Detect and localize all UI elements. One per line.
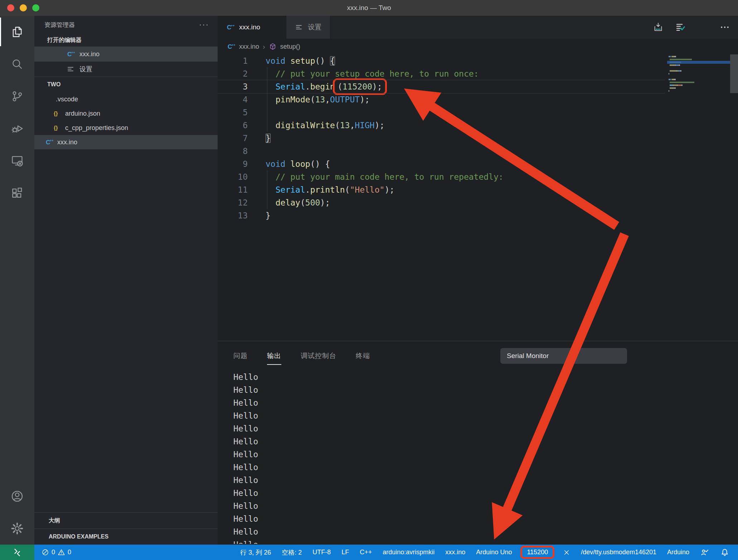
tab-设置[interactable]: 设置: [286, 16, 330, 39]
status-item-xxx-ino[interactable]: xxx.ino: [445, 549, 465, 556]
status-item-utf-8[interactable]: UTF-8: [312, 549, 331, 556]
activity-settings[interactable]: [0, 512, 34, 545]
status-item-baud-rate[interactable]: 115200: [520, 546, 554, 559]
status-item-arduino[interactable]: Arduino: [667, 549, 689, 556]
line-number: 3: [218, 80, 248, 93]
token: [285, 56, 290, 66]
token: (): [315, 56, 330, 66]
activity-remote-explorer[interactable]: [0, 145, 34, 177]
bottom-panel: 问题输出调试控制台终端 Serial Monitor HelloHelloHel…: [218, 341, 738, 545]
close-icon[interactable]: [563, 549, 570, 556]
minimap[interactable]: [669, 56, 729, 106]
remote-indicator[interactable]: [0, 545, 34, 560]
tab-xxx-ino[interactable]: C++xxx.ino: [218, 16, 286, 39]
status-item-arduino-uno[interactable]: Arduino Uno: [476, 549, 512, 556]
code-line-10[interactable]: 10 // put your main code here, to run re…: [218, 170, 738, 183]
panel-tab-输出[interactable]: 输出: [267, 341, 281, 371]
lock-scrolling-icon[interactable]: [660, 351, 669, 361]
clear-output-icon[interactable]: [640, 351, 649, 361]
bell-icon[interactable]: [720, 548, 729, 557]
problems-status[interactable]: 0 0: [42, 549, 71, 556]
activity-bar: [0, 16, 34, 545]
activity-search[interactable]: [0, 48, 34, 80]
tree-item-xxx-ino[interactable]: C++xxx.ino: [34, 135, 218, 149]
output-line: Hello: [233, 371, 738, 383]
feedback-icon[interactable]: [700, 548, 709, 557]
sidebar-section-大纲[interactable]: 大纲: [34, 512, 218, 528]
open-editor-设置[interactable]: 设置: [34, 62, 218, 77]
status-item-行-3-列-26[interactable]: 行 3, 列 26: [240, 548, 271, 557]
chevron-down-icon: [613, 352, 621, 359]
token: // put your setup code here, to run once…: [276, 69, 479, 78]
activity-account[interactable]: [0, 480, 34, 512]
code-line-13[interactable]: 13}: [218, 209, 738, 222]
close-window-button[interactable]: [7, 4, 14, 11]
activity-run-debug[interactable]: [0, 112, 34, 145]
tree-item--vscode[interactable]: .vscode: [34, 92, 218, 106]
line-number: 7: [218, 132, 248, 145]
code-line-1[interactable]: 1void setup() {: [218, 54, 738, 67]
code-editor[interactable]: 1void setup() {2 // put your setup code …: [218, 54, 738, 341]
close-icon[interactable]: [270, 24, 277, 31]
tree-item-c-cpp-properties-json[interactable]: {}c_cpp_properties.json: [34, 121, 218, 135]
open-editors-label: 打开的编辑器: [47, 37, 82, 44]
status-bar: 0 0 行 3, 列 26空格: 2UTF-8LFC++arduino:avri…: [0, 545, 738, 560]
close-panel-icon[interactable]: [720, 351, 729, 361]
code-line-4[interactable]: 4 pinMode(13,OUTPUT);: [218, 93, 738, 106]
status-item-c-[interactable]: C++: [360, 549, 372, 556]
workspace-section[interactable]: TWO: [34, 77, 218, 92]
maximize-panel-icon[interactable]: [700, 351, 709, 361]
panel-tab-调试控制台[interactable]: 调试控制台: [301, 341, 336, 371]
code-line-7[interactable]: 7}: [218, 132, 738, 145]
activity-extensions[interactable]: [0, 177, 34, 209]
file-tree: .vscode{}arduino.json{}c_cpp_properties.…: [34, 92, 218, 512]
code-line-9[interactable]: 9void loop() {: [218, 158, 738, 170]
code-line-6[interactable]: 6 digitalWrite(13,HIGH);: [218, 119, 738, 132]
settings-file-icon: [295, 23, 304, 32]
breadcrumb-file[interactable]: xxx.ino: [239, 43, 259, 50]
code-line-2[interactable]: 2 // put your setup code here, to run on…: [218, 67, 738, 80]
editor-scrollbar[interactable]: [730, 54, 738, 93]
sidebar-more-actions-icon[interactable]: ···: [199, 20, 209, 29]
arduino-verify-icon[interactable]: [675, 22, 686, 33]
open-editors-section[interactable]: 打开的编辑器: [34, 34, 218, 47]
split-editor-icon[interactable]: [697, 22, 708, 33]
code-line-8[interactable]: 8: [218, 145, 738, 158]
token: );: [360, 95, 370, 104]
panel-tab-问题[interactable]: 问题: [233, 341, 248, 371]
sidebar-section-arduino-examples[interactable]: ARDUINO EXAMPLES: [34, 528, 218, 545]
more-actions-icon[interactable]: [719, 22, 730, 33]
token: "Hello": [350, 185, 384, 194]
code-text: Serial.println("Hello");: [248, 183, 394, 196]
output-console[interactable]: HelloHelloHelloHelloHelloHelloHelloHello…: [218, 371, 738, 544]
status-item-lf[interactable]: LF: [341, 549, 349, 556]
token: OUTPUT: [330, 95, 360, 104]
status-item--dev-tty-usbmodem146201[interactable]: /dev/tty.usbmodem146201: [581, 549, 656, 556]
zoom-window-button[interactable]: [32, 4, 39, 11]
code-line-5[interactable]: 5: [218, 106, 738, 119]
breadcrumb-symbol[interactable]: setup(): [280, 43, 300, 50]
chevron-right-icon: [39, 517, 46, 524]
output-line: Hello: [233, 525, 738, 538]
code-line-3[interactable]: 3 Serial.begin(115200);: [218, 80, 738, 93]
close-icon[interactable]: [54, 50, 62, 58]
tree-item-arduino-json[interactable]: {}arduino.json: [34, 106, 218, 121]
panel-tab-终端[interactable]: 终端: [356, 341, 370, 371]
code-line-11[interactable]: 11 Serial.println("Hello");: [218, 183, 738, 196]
status-item-空格-2[interactable]: 空格: 2: [282, 548, 302, 557]
activity-explorer[interactable]: [0, 16, 34, 48]
arduino-upload-icon[interactable]: [653, 22, 664, 33]
title-bar: xxx.ino — Two: [0, 0, 738, 16]
token: () {: [310, 159, 330, 169]
open-editor-xxx-ino[interactable]: C++xxx.ino: [34, 47, 218, 62]
activity-source-control[interactable]: [0, 80, 34, 112]
code-line-12[interactable]: 12 delay(500);: [218, 196, 738, 209]
minimize-window-button[interactable]: [20, 4, 27, 11]
minimap-line: [669, 82, 729, 83]
output-line: Hello: [233, 512, 738, 525]
remote-icon: [13, 548, 22, 557]
line-number: 1: [218, 54, 248, 67]
line-number: 11: [218, 183, 248, 196]
output-channel-dropdown[interactable]: Serial Monitor: [500, 348, 627, 364]
status-item-arduino-avrispmkii[interactable]: arduino:avrispmkii: [383, 549, 434, 556]
